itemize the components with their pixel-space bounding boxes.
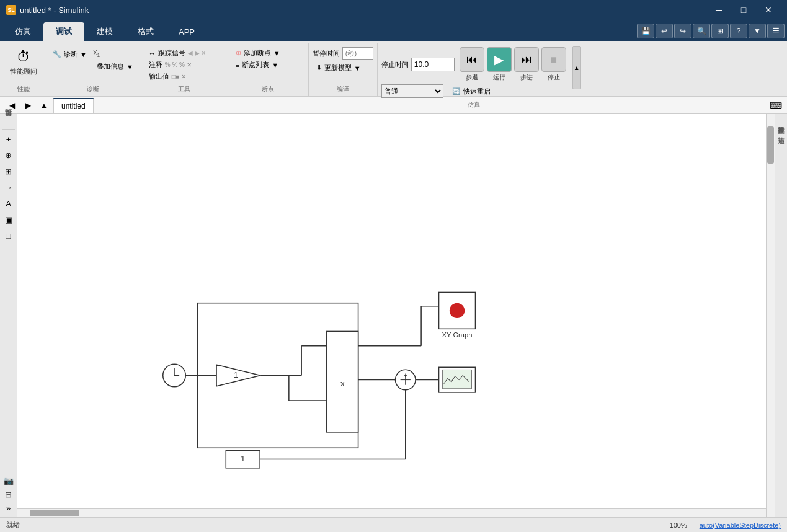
breakpoint-list-button[interactable]: ≡ 断点列表 ▼ [232,59,305,71]
title-bar: SL untitled * - Simulink ─ □ ✕ [0,0,787,20]
stop-wrap: ■ 停止 [541,47,566,82]
help-icon-btn[interactable]: ? [730,24,747,38]
sim-section-label: 仿真 [381,99,566,110]
canvas-area[interactable]: 1 x + [17,114,775,517]
minimize-button[interactable]: ─ [706,0,731,20]
model-tab[interactable]: untitled [53,98,94,113]
expand-icon-btn[interactable]: ⊞ [711,24,729,38]
sidebar-image-btn[interactable]: ▣ [2,213,16,226]
toolbar-compile-section: 暂停时间 ⬇ 更新模型 ▼ 编译 [309,43,378,96]
diagnose-button[interactable]: 🔧 诊断 ▼ [49,48,91,60]
tab-simulation[interactable]: 仿真 [2,22,43,41]
sidebar-zoom-fit-btn[interactable]: ⊕ [2,148,16,162]
tab-debug[interactable]: 调试 [43,22,84,41]
right-sidebar: 属性检查器 描述 [775,114,787,517]
more-icon-btn[interactable]: ☰ [767,24,785,38]
search-icon-btn[interactable]: 🔍 [693,24,710,38]
redo-icon-btn[interactable]: ↪ [674,24,691,38]
restart-icon: 🔄 [452,87,461,95]
compile-section-label: 编译 [313,84,373,95]
toolbar-sim-section: 停止时间 ⏮ 步退 ▶ 运行 ⏭ [378,43,570,96]
diag-section-label: 诊断 [49,84,137,95]
add-bp-label: 添加断点 [244,48,271,58]
step-forward-button[interactable]: ⏭ [514,47,539,72]
maximize-button[interactable]: □ [731,0,756,20]
sidebar-bottom: 📷 ⊟ » [2,474,16,515]
step-forward-wrap: ⏭ 步进 [514,47,539,82]
toolbar-collapse: ▲ [570,43,581,96]
settings-icon-btn[interactable]: ▼ [749,24,766,38]
restart-label: 快速重启 [463,87,491,96]
step-forward-label: 步进 [520,73,533,82]
nav-forward-button[interactable]: ▶ [21,99,35,112]
sidebar-zoom-area-btn[interactable]: ⊞ [2,164,16,178]
menu-bar: 仿真 调试 建模 格式 APP 💾 ↩ ↪ 🔍 ⊞ ? ▼ ☰ [0,20,787,41]
diagnose-icon: 🔧 [53,50,61,58]
keyboard-icon[interactable]: ⌨ [770,100,782,110]
window-title: untitled * - Simulink [20,6,89,15]
app-icon: SL [6,5,16,15]
vertical-scroll-thumb[interactable] [767,126,774,164]
output-button[interactable]: 输出值 □■ ✕ [145,71,224,82]
step-back-button[interactable]: ⏮ [460,47,484,72]
window-controls: ─ □ ✕ [706,0,781,20]
model-browser-label[interactable]: 模型浏览器 [1,117,16,126]
sidebar-area-btn[interactable]: □ [2,229,16,242]
perf-section-label: 性能 [6,84,41,95]
vertical-scrollbar[interactable] [766,114,775,517]
sidebar-text-btn[interactable]: A [2,197,16,210]
zoom-level: 100% [670,521,687,529]
undo-icon-btn[interactable]: ↩ [656,24,673,38]
tools-section-label: 工具 [145,84,224,95]
nav-up-button[interactable]: ▲ [37,99,51,112]
solver-link[interactable]: auto(VariableStepDiscrete) [700,521,781,529]
annot-button[interactable]: 注释 % % % ✕ [145,59,224,71]
add-breakpoint-button[interactable]: ⊕ 添加断点 ▼ [232,47,305,59]
description-label[interactable]: 描述 [775,126,787,136]
status-right: 100% auto(VariableStepDiscrete) [670,521,781,529]
toolbar-diag-section: 🔧 诊断 ▼ X1 叠加信息 ▼ 诊断 [45,43,141,96]
stop-time-label: 停止时间 [381,60,409,69]
toolbar: ⏱ 性能顾问 性能 🔧 诊断 ▼ X1 叠加信息 [0,41,787,97]
bp-section-label: 断点 [232,84,305,95]
sidebar-connect-btn[interactable]: → [2,180,16,194]
svg-rect-0 [18,114,774,517]
tab-modeling[interactable]: 建模 [84,22,125,41]
tab-format[interactable]: 格式 [125,22,166,41]
perf-label: 性能顾问 [10,67,37,76]
horizontal-scroll-thumb[interactable] [30,510,79,516]
horizontal-scrollbar[interactable] [17,508,766,517]
nav-back-button[interactable]: ◀ [5,99,19,112]
mode-select[interactable]: 普通 加速 快速加速 [381,84,443,98]
toolbar-breakpoints-section: ⊕ 添加断点 ▼ ≡ 断点列表 ▼ 断点 [228,43,309,96]
sidebar-camera-btn[interactable]: 📷 [2,474,16,487]
toolbar-collapse-button[interactable]: ▲ [572,46,581,89]
quick-restart-button[interactable]: 🔄 快速重启 [448,86,494,97]
sim-btns-row: ⏮ 步退 ▶ 运行 ⏭ 步进 ■ 停止 [460,47,566,82]
update-model-button[interactable]: ⬇ 更新模型 ▼ [313,62,373,74]
stop-button[interactable]: ■ [541,47,566,72]
update-icon: ⬇ [316,64,322,72]
sidebar-settings-btn[interactable]: ⊟ [2,487,16,501]
add-bp-icon: ⊕ [236,49,241,57]
pause-time-input[interactable] [342,47,373,60]
sidebar-add-btn[interactable]: + [2,132,16,146]
trace-label: 跟踪信号 [158,48,185,58]
run-button[interactable]: ▶ [487,47,512,72]
tab-app[interactable]: APP [166,22,207,41]
bp-list-label: 断点列表 [242,60,269,69]
sidebar-expand-btn[interactable]: » [2,501,16,515]
perf-advisor-button[interactable]: ⏱ 性能顾问 [6,45,41,81]
save-icon-btn[interactable]: 💾 [637,24,654,38]
perf-icon: ⏱ [17,49,30,65]
overlay-button[interactable]: 叠加信息 ▼ [93,61,137,73]
close-button[interactable]: ✕ [756,0,781,20]
status-bar: 就绪 100% auto(VariableStepDiscrete) [0,517,787,532]
sidebar-divider-1 [2,129,15,130]
property-inspector-label[interactable]: 属性检查器 [775,117,787,126]
stop-time-input[interactable] [411,58,455,71]
step-back-wrap: ⏮ 步退 [460,47,484,82]
status-text: 就绪 [6,520,20,530]
toolbar-tools-section: ↔ 跟踪信号 ◀ ▶ ✕ 注释 % % % ✕ 输出值 □■ ✕ 工具 [141,43,228,96]
trace-signal-button[interactable]: ↔ 跟踪信号 ◀ ▶ ✕ [145,47,224,59]
